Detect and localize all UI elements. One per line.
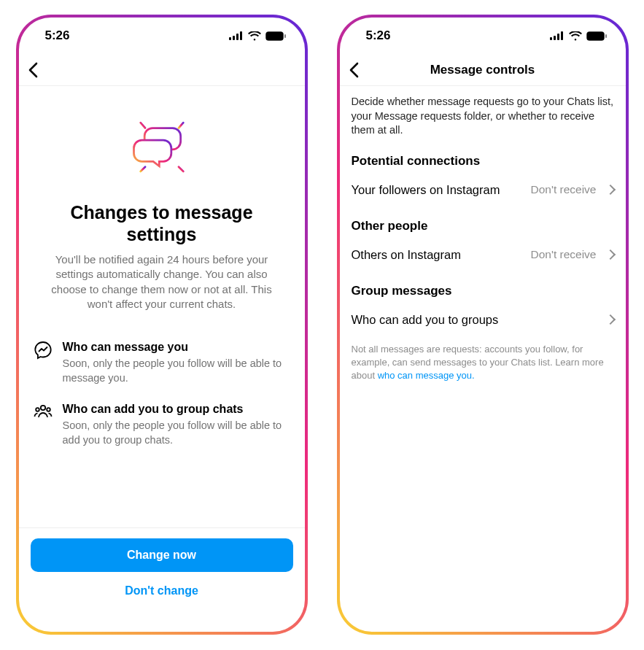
content-left: Changes to message settings You'll be no… xyxy=(19,86,305,632)
chevron-right-icon xyxy=(605,249,615,260)
hero-title: Changes to message settings xyxy=(39,201,284,245)
section-heading-group: Group messages xyxy=(340,272,626,303)
svg-line-9 xyxy=(178,123,182,128)
status-time: 5:26 xyxy=(366,28,391,43)
setting-label: Who can add you to groups xyxy=(352,313,591,327)
svg-point-16 xyxy=(36,408,39,411)
signal-icon xyxy=(550,31,565,40)
status-icons xyxy=(550,31,607,41)
phone-screen-right: 5:26 Message controls Decide whether mes… xyxy=(340,18,626,632)
svg-rect-3 xyxy=(240,31,242,40)
status-bar: 5:26 xyxy=(19,18,305,54)
info-row-subtitle: Soon, only the people you follow will be… xyxy=(63,357,290,385)
phone-screen-left: 5:26 xyxy=(19,18,305,632)
setting-label: Others on Instagram xyxy=(352,248,525,262)
svg-rect-24 xyxy=(605,34,607,38)
phone-frame-left: 5:26 xyxy=(16,15,308,635)
setting-label: Your followers on Instagram xyxy=(352,183,525,197)
messenger-icon xyxy=(34,341,53,360)
page-description: Decide whether message requests go to yo… xyxy=(340,86,626,142)
section-heading-potential: Potential connections xyxy=(340,142,626,173)
nav-title: Message controls xyxy=(340,63,626,77)
back-icon[interactable] xyxy=(28,62,38,78)
info-row-message: Who can message you Soon, only the peopl… xyxy=(34,332,290,394)
back-icon[interactable] xyxy=(349,62,359,78)
hero-body: You'll be notified again 24 hours before… xyxy=(39,252,284,312)
wifi-icon xyxy=(248,31,261,41)
setting-value: Don't receive xyxy=(531,183,597,196)
svg-rect-1 xyxy=(233,36,235,40)
info-rows: Who can message you Soon, only the peopl… xyxy=(19,319,305,463)
change-now-button[interactable]: Change now xyxy=(31,538,293,572)
info-row-title: Who can add you to group chats xyxy=(63,403,290,416)
svg-rect-21 xyxy=(561,31,563,40)
footer: Change now Don't change xyxy=(19,527,305,632)
chevron-right-icon xyxy=(605,185,615,195)
setting-others[interactable]: Others on Instagram Don't receive xyxy=(340,238,626,272)
nav-bar: Message controls xyxy=(340,54,626,86)
status-icons xyxy=(229,31,286,41)
svg-rect-2 xyxy=(236,34,238,40)
section-heading-other: Other people xyxy=(340,207,626,238)
setting-followers[interactable]: Your followers on Instagram Don't receiv… xyxy=(340,173,626,207)
signal-icon xyxy=(229,31,244,40)
status-time: 5:26 xyxy=(45,28,70,43)
status-bar: 5:26 xyxy=(340,18,626,54)
battery-icon xyxy=(265,31,286,41)
svg-rect-23 xyxy=(588,33,603,39)
dont-change-button[interactable]: Don't change xyxy=(31,575,293,607)
battery-icon xyxy=(586,31,607,41)
svg-point-15 xyxy=(40,406,44,410)
svg-rect-18 xyxy=(550,37,552,40)
content-right: Decide whether message requests go to yo… xyxy=(340,86,626,632)
setting-value: Don't receive xyxy=(531,248,597,261)
svg-line-8 xyxy=(140,123,144,128)
info-row-groups: Who can add you to group chats Soon, onl… xyxy=(34,394,290,456)
svg-rect-5 xyxy=(267,33,282,39)
nav-bar xyxy=(19,54,305,86)
svg-rect-6 xyxy=(284,34,286,38)
wifi-icon xyxy=(569,31,582,41)
info-row-title: Who can message you xyxy=(63,341,290,354)
svg-point-17 xyxy=(47,408,50,411)
footnote: Not all messages are requests: accounts … xyxy=(340,337,626,389)
svg-rect-20 xyxy=(557,34,559,40)
chat-bubble-icon xyxy=(122,108,202,188)
svg-line-13 xyxy=(178,167,182,171)
chevron-right-icon xyxy=(605,314,615,325)
group-icon xyxy=(34,403,53,422)
svg-line-12 xyxy=(140,167,144,171)
hero: Changes to message settings You'll be no… xyxy=(19,86,305,319)
setting-groups[interactable]: Who can add you to groups xyxy=(340,303,626,337)
svg-rect-19 xyxy=(554,36,556,40)
info-row-subtitle: Soon, only the people you follow will be… xyxy=(63,419,290,447)
svg-rect-0 xyxy=(229,37,231,40)
footnote-link[interactable]: who can message you. xyxy=(378,370,475,381)
phone-frame-right: 5:26 Message controls Decide whether mes… xyxy=(337,15,629,635)
